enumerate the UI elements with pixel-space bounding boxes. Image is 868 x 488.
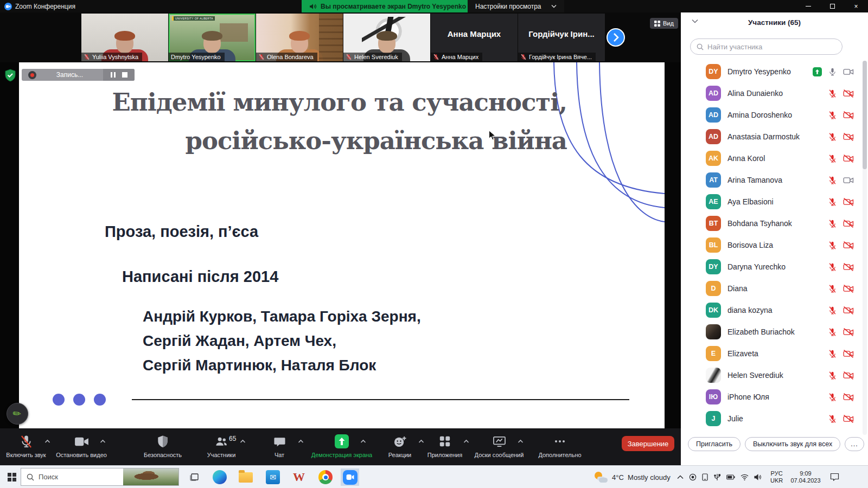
- camera-off-icon: [843, 371, 854, 380]
- close-button[interactable]: ×: [844, 0, 868, 12]
- participant-row[interactable]: ІЮ iPhone Юля: [681, 386, 868, 408]
- participant-video-tile[interactable]: Yuliia Vyshnytska: [81, 14, 168, 61]
- avatar: D: [706, 281, 721, 296]
- window-titlebar: Zoom Конференция Вы просматриваете экран…: [0, 0, 868, 12]
- start-button[interactable]: [8, 473, 16, 481]
- tray-device-icon[interactable]: [702, 473, 708, 481]
- task-view-icon: [187, 470, 201, 484]
- edge-icon: [213, 470, 227, 484]
- collapse-panel-icon[interactable]: [692, 19, 698, 23]
- participant-video-tile[interactable]: Helen Sverediuk: [343, 14, 430, 61]
- tray-expand-icon[interactable]: [677, 475, 684, 479]
- participant-row[interactable]: DY Daryna Yurechko: [681, 256, 868, 278]
- end-meeting-button[interactable]: Завершение: [622, 436, 674, 451]
- participant-row[interactable]: DY Dmytro Yesypenko: [681, 61, 868, 82]
- toolbar-item-label: Приложения: [427, 452, 462, 458]
- participant-row[interactable]: BT Bohdana Tsyhanok: [681, 213, 868, 234]
- chevron-up-icon[interactable]: [298, 439, 304, 444]
- language-indicator[interactable]: РУС UKR: [770, 466, 783, 488]
- participant-status-icons: [828, 219, 854, 228]
- search-icon: [697, 43, 704, 50]
- tray-volume-icon[interactable]: [754, 474, 762, 480]
- search-daily-image: [123, 468, 178, 485]
- participant-row[interactable]: BL Borisova Liza: [681, 234, 868, 256]
- panel-more-button[interactable]: ...: [845, 437, 864, 451]
- mute-all-button[interactable]: Выключить звук для всех: [745, 437, 840, 451]
- taskbar-app-edge[interactable]: [210, 468, 229, 486]
- slide-decorative-dots: [53, 394, 106, 406]
- stop-recording-button[interactable]: [122, 72, 127, 78]
- toolbar-item-chat[interactable]: Чат: [244, 428, 315, 465]
- participant-name: Arina Tamanova: [727, 176, 828, 184]
- action-center-icon[interactable]: [830, 473, 839, 481]
- taskbar-clock[interactable]: 9:09 07.04.2023: [789, 466, 822, 488]
- taskbar-app-zoom[interactable]: [341, 468, 359, 486]
- view-settings-button[interactable]: Настройки просмотра: [468, 0, 564, 12]
- participant-row[interactable]: AD Anastasia Darmostuk: [681, 126, 868, 147]
- shield-icon: [157, 435, 169, 448]
- participant-search-input[interactable]: [707, 43, 836, 51]
- participant-row[interactable]: J Julie: [681, 408, 868, 429]
- video-watermark: UNIVERSITY OF ALBERTA: [172, 16, 215, 21]
- taskbar-search-input[interactable]: [39, 473, 109, 481]
- tray-battery-icon[interactable]: [726, 474, 735, 480]
- mic-muted-icon: [828, 414, 837, 423]
- participant-row[interactable]: DK diana kozyna: [681, 299, 868, 321]
- camera-off-icon: [843, 284, 854, 293]
- participant-name: Alina Dunaienko: [727, 89, 828, 98]
- participant-row[interactable]: E Elizaveta: [681, 343, 868, 364]
- pause-recording-button[interactable]: [111, 72, 116, 78]
- apps-icon: [439, 435, 451, 447]
- scrollbar-thumb[interactable]: [863, 61, 867, 169]
- annotation-pencil-button[interactable]: ✎: [7, 403, 28, 425]
- recording-label: Запись...: [36, 71, 103, 79]
- participant-row[interactable]: Helen Sverediuk: [681, 364, 868, 386]
- task-view-button[interactable]: [185, 468, 203, 486]
- taskbar-app-chrome[interactable]: [316, 468, 335, 486]
- minimize-button[interactable]: [796, 0, 820, 12]
- maximize-button[interactable]: [820, 0, 844, 12]
- chevron-up-icon[interactable]: [518, 439, 524, 444]
- next-participants-page-button[interactable]: [607, 28, 625, 47]
- invite-button[interactable]: Пригласить: [688, 437, 741, 451]
- toolbar-item-more[interactable]: Дополнительно: [524, 428, 596, 465]
- participant-video-tile[interactable]: UNIVERSITY OF ALBERTA Dmytro Yesypenko: [169, 14, 256, 61]
- participant-row[interactable]: AD Amina Doroshenko: [681, 104, 868, 126]
- chevron-up-icon[interactable]: [100, 439, 106, 444]
- participant-row[interactable]: D Diana: [681, 278, 868, 299]
- participant-video-tile[interactable]: Анна Марцих Анна Марцих: [431, 14, 518, 61]
- tray-record-icon[interactable]: [689, 473, 697, 481]
- participant-search-box[interactable]: [690, 38, 843, 55]
- avatar: J: [706, 411, 721, 426]
- video-strip: Yuliia Vyshnytska UNIVERSITY OF ALBERTA …: [0, 12, 681, 62]
- tile-name-label: Helen Sverediuk: [343, 53, 402, 61]
- toolbar-item-camera[interactable]: Остановить видео: [46, 428, 117, 465]
- taskbar-app-word[interactable]: W: [290, 468, 308, 486]
- participant-row[interactable]: AT Arina Tamanova: [681, 169, 868, 191]
- participant-status-icons: [828, 132, 854, 142]
- tray-wifi-icon[interactable]: [741, 474, 749, 480]
- taskbar-app-file-explorer[interactable]: [237, 468, 255, 486]
- participant-row[interactable]: Elizabeth Buriachok: [681, 321, 868, 343]
- toolbar-item-label: Участники: [207, 452, 236, 458]
- search-icon: [27, 473, 34, 481]
- weather-temp: 4°C: [612, 473, 624, 481]
- participant-row[interactable]: AE Aya Elbasioni: [681, 191, 868, 213]
- avatar: DY: [706, 259, 721, 274]
- camera-off-icon: [843, 89, 854, 98]
- meeting-security-shield-icon: [4, 69, 16, 84]
- participant-name: Anastasia Darmostuk: [727, 132, 828, 141]
- taskbar-search-box[interactable]: [21, 468, 179, 486]
- participant-row[interactable]: AD Alina Dunaienko: [681, 82, 868, 104]
- grid-view-icon: [654, 21, 660, 27]
- taskbar-app-mail[interactable]: ✉: [264, 468, 282, 486]
- camera-off-icon: [843, 241, 854, 250]
- tray-usb-icon[interactable]: [713, 473, 721, 481]
- avatar: AD: [706, 129, 721, 144]
- avatar: AD: [706, 107, 721, 123]
- view-mode-button[interactable]: Вид: [650, 18, 678, 29]
- participant-video-tile[interactable]: Olena Bondareva: [256, 14, 343, 61]
- participant-row[interactable]: AK Anna Korol: [681, 147, 868, 169]
- participant-video-tile[interactable]: Гордійчук Ірин... Гордійчук Ірина Вяче..…: [518, 14, 605, 61]
- taskbar-weather[interactable]: 4°C Mostly cloudy: [595, 466, 671, 488]
